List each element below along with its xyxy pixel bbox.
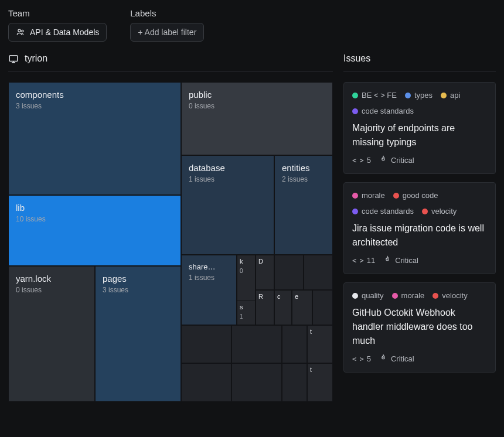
filters-bar: Team API & Data Models Labels + Add labe… <box>8 8 496 42</box>
issue-title: Majority of endpoints are missing typing… <box>352 121 487 149</box>
issue-label[interactable]: BE < > FE <box>352 91 397 100</box>
tile-issue-count: 0 issues <box>16 286 87 294</box>
treemap-tile-lib[interactable]: lib10 issues <box>8 195 181 266</box>
repo-header: tyrion <box>8 53 333 71</box>
issue-card[interactable]: moralegood codecode standardsvelocityJir… <box>343 182 496 274</box>
treemap-tile-row2b[interactable] <box>231 325 282 363</box>
issue-label[interactable]: code standards <box>352 107 414 115</box>
treemap-tile-blk2[interactable] <box>304 255 333 290</box>
treemap-tile-row2a[interactable] <box>181 325 231 363</box>
label-dot-icon <box>352 209 358 214</box>
treemap-tile-entities[interactable]: entities2 issues <box>274 155 333 255</box>
label-text: quality <box>362 291 384 300</box>
treemap-tile-D[interactable]: D <box>256 255 274 290</box>
tile-issue-count: 10 issues <box>16 215 173 223</box>
issue-code-count: < >5 <box>352 354 371 363</box>
tile-name: R <box>258 293 271 301</box>
treemap-tile-c[interactable]: c <box>274 290 292 325</box>
tile-name: public <box>189 90 325 100</box>
tile-issue-count: 1 issues <box>189 175 267 183</box>
treemap-tile-row3c[interactable] <box>282 363 307 402</box>
issue-labels: moralegood codecode standardsvelocity <box>352 191 487 216</box>
issue-meta: < >5Critical <box>352 155 487 165</box>
tile-name: c <box>277 293 289 301</box>
team-filter-value: API & Data Models <box>30 28 99 37</box>
svg-point-1 <box>22 30 23 32</box>
svg-rect-2 <box>9 56 18 62</box>
issue-title: GitHub Octokit Webhook handler middlewar… <box>352 306 487 348</box>
label-text: velocity <box>431 207 457 216</box>
issue-card[interactable]: BE < > FEtypesapicode standardsMajority … <box>343 82 496 174</box>
tile-name: components <box>16 90 173 100</box>
label-text: morale <box>362 191 385 200</box>
code-icon: < > <box>352 156 363 165</box>
treemap-tile-s[interactable]: s1 <box>237 301 256 325</box>
issue-label[interactable]: morale <box>352 191 385 200</box>
tile-name: t <box>310 328 330 336</box>
treemap-tile-e[interactable]: e <box>292 290 312 325</box>
label-dot-icon <box>393 193 399 199</box>
team-filter-pill[interactable]: API & Data Models <box>8 23 107 42</box>
issue-label[interactable]: morale <box>392 291 425 300</box>
label-text: morale <box>401 291 425 300</box>
issue-code-count: < >5 <box>352 156 371 165</box>
flame-icon <box>379 155 387 165</box>
tile-name: lib <box>16 203 173 213</box>
label-text: good code <box>403 191 438 200</box>
issue-label[interactable]: velocity <box>433 291 467 300</box>
label-text: BE < > FE <box>362 91 397 100</box>
treemap-tile-components[interactable]: components3 issues <box>8 82 181 195</box>
tile-name: entities <box>282 163 325 173</box>
treemap-tile-R[interactable]: R <box>256 290 274 325</box>
tile-issue-count: 3 issues <box>16 102 173 110</box>
issue-label[interactable]: api <box>441 91 460 100</box>
treemap-tile-blk1[interactable] <box>274 255 304 290</box>
treemap-tile-row2c[interactable] <box>282 325 307 363</box>
issue-severity: Critical <box>383 255 418 265</box>
label-dot-icon <box>352 108 358 114</box>
label-text: api <box>450 91 460 100</box>
add-label-filter-text: + Add label filter <box>138 28 196 37</box>
treemap-tile-row3b[interactable] <box>231 363 282 402</box>
tile-name: s <box>240 303 253 311</box>
issue-label[interactable]: code standards <box>352 207 414 216</box>
treemap-tile-row3d[interactable]: t <box>307 363 333 402</box>
tile-issue-count: 1 <box>240 313 253 320</box>
treemap[interactable]: components3 issueslib10 issuesyarn.lock0… <box>8 82 333 402</box>
issue-label[interactable]: types <box>405 91 433 100</box>
issue-meta: < >5Critical <box>352 354 487 364</box>
main-columns: tyrion components3 issueslib10 issuesyar… <box>8 53 496 402</box>
treemap-tile-row3a[interactable] <box>181 363 231 402</box>
tile-name: share… <box>189 262 229 271</box>
team-filter-group: Team API & Data Models <box>8 8 107 42</box>
label-dot-icon <box>392 293 398 299</box>
issue-severity: Critical <box>379 354 414 364</box>
label-dot-icon <box>405 93 411 98</box>
issue-card[interactable]: qualitymoralevelocityGitHub Octokit Webh… <box>343 282 496 373</box>
issue-label[interactable]: good code <box>393 191 438 200</box>
label-dot-icon <box>433 293 438 299</box>
treemap-column: tyrion components3 issueslib10 issuesyar… <box>8 53 333 402</box>
label-dot-icon <box>422 209 428 214</box>
add-label-filter-button[interactable]: + Add label filter <box>130 23 204 42</box>
issue-label[interactable]: quality <box>352 291 384 300</box>
labels-filter-group: Labels + Add label filter <box>130 8 204 42</box>
issue-severity: Critical <box>379 155 414 165</box>
treemap-tile-blk3[interactable] <box>312 290 333 325</box>
tile-name: database <box>189 163 267 173</box>
flame-icon <box>379 354 387 364</box>
label-text: velocity <box>442 291 467 300</box>
tile-name: yarn.lock <box>16 274 87 284</box>
treemap-tile-row2d[interactable]: t <box>307 325 333 363</box>
treemap-tile-database[interactable]: database1 issues <box>181 155 274 255</box>
repo-name: tyrion <box>25 53 47 64</box>
issue-label[interactable]: velocity <box>422 207 457 216</box>
treemap-tile-yarn[interactable]: yarn.lock0 issues <box>8 266 95 402</box>
treemap-tile-public[interactable]: public0 issues <box>181 82 333 155</box>
treemap-tile-shared[interactable]: share…1 issues <box>181 255 237 325</box>
treemap-tile-pages[interactable]: pages3 issues <box>95 266 181 402</box>
issues-header: Issues <box>343 53 496 71</box>
tile-issue-count: 3 issues <box>103 286 173 294</box>
label-dot-icon <box>441 93 447 98</box>
issue-labels: qualitymoralevelocity <box>352 291 487 300</box>
